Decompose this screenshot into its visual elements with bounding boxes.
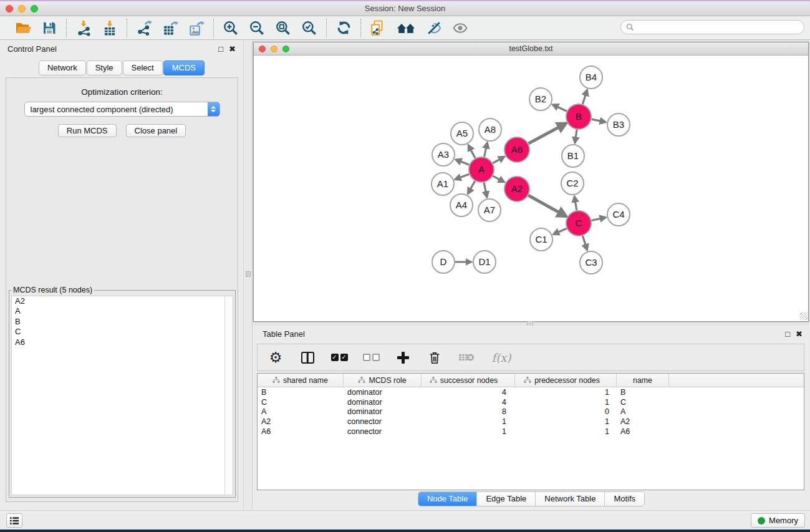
result-list-item[interactable]: B [12, 317, 233, 327]
select-all-icon[interactable]: ✓✓ [331, 349, 347, 365]
network-window-titlebar[interactable]: testGlobe.txt [254, 42, 808, 56]
result-list-item[interactable]: C [12, 327, 233, 337]
table-cell[interactable]: 0 [515, 407, 617, 416]
table-cell[interactable]: 4 [422, 388, 515, 397]
result-scrollbar[interactable] [224, 296, 233, 495]
refresh-layout-icon[interactable] [335, 19, 352, 37]
mcds-result-list[interactable]: A2ABCA6 [11, 296, 233, 495]
divider-grip[interactable] [246, 271, 251, 277]
hide-selected-icon[interactable] [425, 19, 443, 37]
show-all-icon[interactable] [451, 19, 469, 37]
tab-network-table[interactable]: Network Table [535, 492, 604, 506]
graph-edge[interactable] [582, 236, 587, 249]
result-list-item[interactable]: A [12, 306, 233, 316]
table-cell[interactable]: dominator [344, 407, 422, 416]
criterion-select[interactable]: largest connected component (directed) [24, 102, 220, 117]
graph-edge[interactable] [553, 105, 567, 111]
graph-edge[interactable] [575, 130, 577, 142]
table-settings-icon[interactable]: ⚙ [268, 349, 284, 365]
graph-edge[interactable] [484, 183, 487, 197]
graph-edge[interactable] [468, 181, 475, 193]
table-cell[interactable]: A6 [617, 427, 669, 436]
graph-edge[interactable] [529, 123, 566, 143]
table-cell[interactable]: A [258, 407, 344, 416]
tab-network[interactable]: Network [39, 60, 86, 75]
deselect-all-icon[interactable] [363, 349, 379, 365]
graph-edge[interactable] [456, 160, 469, 165]
tab-mcds[interactable]: MCDS [163, 60, 205, 75]
clone-network-icon[interactable] [369, 19, 387, 37]
table-cell[interactable]: A [617, 407, 669, 416]
run-mcds-button[interactable]: Run MCDS [58, 124, 117, 137]
column-view-icon[interactable] [299, 349, 316, 365]
table-cell[interactable]: A2 [617, 417, 669, 426]
graph-edge[interactable] [582, 90, 587, 104]
add-column-icon[interactable] [395, 349, 411, 365]
column-header-mcds-role[interactable]: MCDS role [344, 374, 422, 387]
table-cell[interactable]: A2 [258, 417, 344, 426]
result-list-item[interactable]: A2 [12, 296, 233, 306]
graph-edge[interactable] [493, 157, 504, 163]
table-cell[interactable]: A6 [258, 427, 344, 436]
window-resize-grip[interactable] [800, 312, 808, 320]
delete-column-icon[interactable] [458, 349, 475, 365]
vertical-split-divider[interactable] [243, 40, 253, 510]
tab-select[interactable]: Select [123, 60, 163, 75]
table-cell[interactable]: dominator [344, 398, 422, 407]
graph-edge[interactable] [592, 119, 605, 122]
table-row[interactable]: A2connector11A2 [258, 417, 804, 427]
table-cell[interactable]: connector [344, 427, 422, 436]
table-row[interactable]: Adominator80A [258, 407, 804, 417]
first-neighbors-icon[interactable] [395, 19, 417, 37]
table-cell[interactable]: 1 [515, 427, 617, 436]
result-list-item[interactable]: A6 [12, 337, 233, 347]
zoom-fit-icon[interactable] [274, 19, 292, 37]
table-row[interactable]: A6connector11A6 [258, 427, 804, 437]
graph-edge[interactable] [528, 195, 566, 216]
tab-motifs[interactable]: Motifs [604, 492, 644, 506]
column-header-name[interactable]: name [617, 374, 669, 387]
table-cell[interactable]: 8 [422, 407, 515, 416]
table-cell[interactable]: 1 [515, 398, 617, 407]
close-table-panel-icon[interactable]: ✖ [796, 330, 803, 338]
save-session-icon[interactable] [41, 19, 58, 37]
search-input[interactable] [637, 22, 804, 33]
import-table-icon[interactable] [101, 19, 118, 37]
search-field[interactable] [620, 20, 804, 34]
table-cell[interactable]: 1 [515, 417, 617, 426]
zoom-out-icon[interactable] [248, 19, 266, 37]
table-row[interactable]: Cdominator41C [258, 397, 804, 407]
table-row[interactable]: Bdominator41B [258, 387, 804, 397]
table-cell[interactable]: 1 [422, 417, 515, 426]
graph-edge[interactable] [484, 143, 487, 157]
graph-edge[interactable] [592, 218, 605, 221]
table-cell[interactable]: C [258, 398, 344, 407]
graph-edge[interactable] [574, 197, 576, 211]
float-panel-icon[interactable]: □ [218, 45, 223, 53]
table-cell[interactable]: connector [344, 417, 422, 426]
export-network-icon[interactable] [135, 19, 153, 37]
column-header-successor-nodes[interactable]: successor nodes [422, 374, 515, 387]
graph-edge[interactable] [468, 145, 475, 158]
float-table-panel-icon[interactable]: □ [785, 330, 790, 338]
close-panel-button[interactable]: Close panel [126, 124, 186, 137]
column-header-predecessor-nodes[interactable]: predecessor nodes [515, 374, 617, 387]
zoom-selected-icon[interactable] [301, 19, 318, 37]
table-cell[interactable]: dominator [344, 388, 422, 397]
function-builder-icon[interactable]: f(x) [490, 349, 513, 365]
table-cell[interactable]: 1 [422, 427, 515, 436]
import-network-icon[interactable] [75, 19, 92, 37]
delete-table-icon[interactable] [427, 349, 443, 365]
network-canvas[interactable]: B4B2BB3A8A5A6A3B1AC2A1A2A4A7C4CC1DC3D1 [254, 56, 808, 321]
graph-edge[interactable] [493, 176, 503, 182]
export-table-icon[interactable] [162, 19, 179, 37]
tab-node-table[interactable]: Node Table [418, 492, 477, 506]
task-history-button[interactable] [6, 513, 22, 528]
table-cell[interactable]: C [617, 398, 669, 407]
close-panel-icon[interactable]: ✖ [229, 45, 236, 53]
memory-button[interactable]: Memory [751, 513, 805, 528]
table-body[interactable]: Bdominator41BCdominator41CAdominator80AA… [258, 387, 804, 437]
tab-style[interactable]: Style [87, 60, 122, 75]
table-cell[interactable]: B [617, 388, 669, 397]
tab-edge-table[interactable]: Edge Table [476, 492, 535, 506]
